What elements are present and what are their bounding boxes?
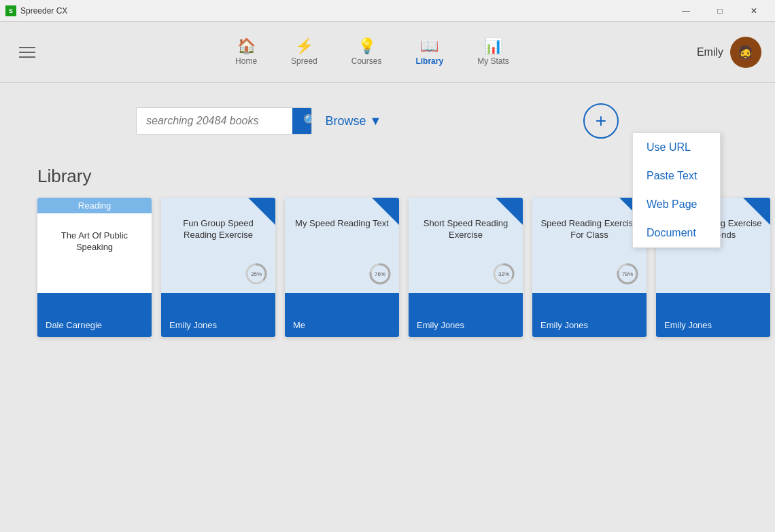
nav-item-my-stats[interactable]: 📊 My Stats bbox=[477, 39, 509, 66]
hamburger-line-1 bbox=[19, 47, 35, 48]
app-title: Spreeder CX bbox=[20, 6, 67, 16]
book-title-cover: The Art Of Public Speaking bbox=[37, 211, 152, 253]
dropdown-item-document[interactable]: Document bbox=[633, 219, 720, 247]
book-author: Me bbox=[293, 320, 391, 330]
book-cover: Reading The Art Of Public Speaking bbox=[37, 198, 152, 293]
nav-label-library: Library bbox=[415, 56, 443, 66]
nav-right: Emily 🧔 bbox=[697, 37, 761, 68]
app-icon: S bbox=[5, 5, 16, 16]
nav-item-library[interactable]: 📖 Library bbox=[415, 39, 443, 66]
book-footer: Me bbox=[285, 293, 399, 337]
book-cover: Short Speed Reading Exercise 32% bbox=[409, 198, 523, 293]
book-card[interactable]: Reading The Art Of Public Speaking Dale … bbox=[37, 198, 152, 337]
book-cover: Fun Group Speed Reading Exercise 35% bbox=[161, 198, 275, 293]
book-card[interactable]: Fun Group Speed Reading Exercise 35% Emi… bbox=[161, 198, 275, 337]
nav-label-home: Home bbox=[235, 56, 257, 66]
title-bar-controls: — □ ✕ bbox=[670, 0, 770, 22]
avatar-image: 🧔 bbox=[737, 44, 754, 60]
dropdown-item-use-url[interactable]: Use URL bbox=[633, 133, 720, 162]
spreed-icon: ⚡ bbox=[295, 39, 313, 54]
courses-icon: 💡 bbox=[358, 39, 376, 54]
book-title-cover: Speed Reading Exercise For Class bbox=[532, 211, 647, 241]
nav-label-courses: Courses bbox=[351, 56, 382, 66]
book-card[interactable]: My Speed Reading Text 76% Me bbox=[285, 198, 399, 337]
search-input[interactable] bbox=[137, 108, 292, 134]
nav-item-spreed[interactable]: ⚡ Spreed bbox=[291, 39, 317, 66]
hamburger-line-2 bbox=[19, 52, 35, 53]
library-icon: 📖 bbox=[420, 39, 438, 54]
avatar[interactable]: 🧔 bbox=[730, 37, 761, 68]
progress-circle: 32% bbox=[492, 262, 516, 286]
book-cover: My Speed Reading Text 76% bbox=[285, 198, 399, 293]
hamburger-line-3 bbox=[19, 56, 35, 58]
hamburger-menu[interactable] bbox=[14, 41, 48, 63]
minimize-button[interactable]: — bbox=[670, 0, 702, 22]
close-button[interactable]: ✕ bbox=[738, 0, 770, 22]
progress-circle: 78% bbox=[615, 262, 640, 286]
maximize-button[interactable]: □ bbox=[704, 0, 736, 22]
search-button[interactable]: 🔍 bbox=[292, 108, 312, 134]
book-title-cover: My Speed Reading Text bbox=[285, 211, 399, 230]
nav-left bbox=[14, 41, 48, 63]
book-author: Emily Jones bbox=[417, 320, 515, 330]
title-bar-left: S Spreeder CX bbox=[5, 5, 67, 16]
nav-item-courses[interactable]: 💡 Courses bbox=[351, 39, 382, 66]
book-footer: Emily Jones bbox=[409, 293, 523, 337]
book-author: Dale Carnegie bbox=[46, 320, 143, 330]
book-card[interactable]: Speed Reading Exercise For Class 78% Emi… bbox=[532, 198, 647, 337]
my-stats-icon: 📊 bbox=[484, 39, 502, 54]
nav-center: 🏠 Home ⚡ Spreed 💡 Courses 📖 Library 📊 My… bbox=[235, 39, 509, 66]
home-icon: 🏠 bbox=[237, 39, 256, 54]
book-title-cover: Fun Group Speed Reading Exercise bbox=[161, 211, 275, 241]
dropdown-item-paste-text[interactable]: Paste Text bbox=[633, 162, 720, 190]
dropdown-item-web-page[interactable]: Web Page bbox=[633, 190, 720, 219]
dropdown-menu: Use URL Paste Text Web Page Document bbox=[632, 132, 721, 248]
book-author: Emily Jones bbox=[169, 320, 267, 330]
book-title-cover: Short Speed Reading Exercise bbox=[409, 211, 523, 241]
title-bar: S Spreeder CX — □ ✕ bbox=[0, 0, 775, 22]
book-cover: Speed Reading Exercise For Class 78% bbox=[532, 198, 647, 293]
book-footer: Emily Jones bbox=[656, 293, 770, 337]
book-card[interactable]: Short Speed Reading Exercise 32% Emily J… bbox=[409, 198, 523, 337]
book-author: Emily Jones bbox=[540, 320, 638, 330]
nav-item-home[interactable]: 🏠 Home bbox=[235, 39, 257, 66]
book-footer: Dale Carnegie bbox=[37, 293, 152, 337]
user-name: Emily bbox=[697, 46, 723, 58]
search-box: 🔍 bbox=[136, 107, 312, 135]
progress-circle: 35% bbox=[244, 262, 269, 286]
nav-label-my-stats: My Stats bbox=[477, 56, 509, 66]
browse-button[interactable]: Browse ▼ bbox=[326, 114, 382, 128]
add-content-button[interactable]: + bbox=[583, 103, 619, 139]
progress-circle: 76% bbox=[368, 262, 392, 286]
book-author: Emily Jones bbox=[664, 320, 762, 330]
nav-bar: 🏠 Home ⚡ Spreed 💡 Courses 📖 Library 📊 My… bbox=[0, 22, 775, 83]
nav-label-spreed: Spreed bbox=[291, 56, 317, 66]
book-footer: Emily Jones bbox=[532, 293, 647, 337]
book-footer: Emily Jones bbox=[161, 293, 275, 337]
